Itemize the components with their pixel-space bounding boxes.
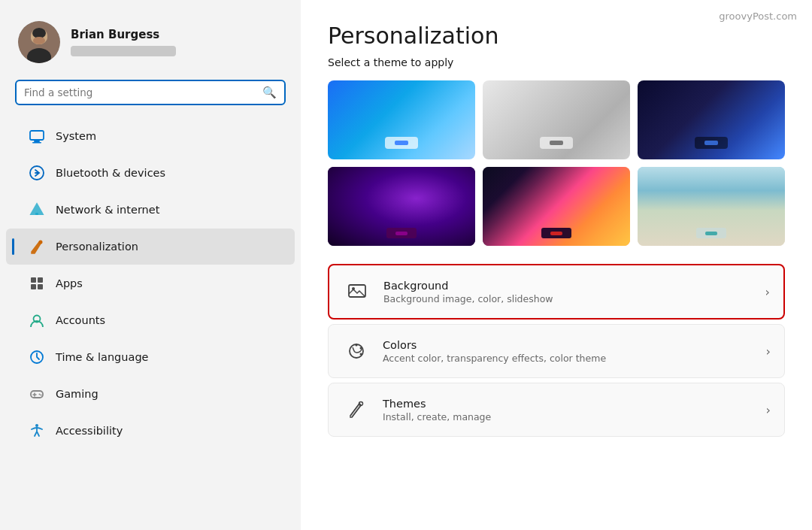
system-icon [29, 128, 45, 144]
theme-taskbar-1 [385, 137, 418, 149]
theme-taskbar-6 [696, 228, 726, 238]
sidebar-item-label-personalization: Personalization [56, 241, 138, 253]
sidebar-item-label-gaming: Gaming [56, 388, 98, 400]
colors-chevron: › [766, 344, 771, 359]
network-icon [29, 201, 45, 218]
user-info: Brian Burgess [71, 28, 176, 56]
svg-point-4 [32, 28, 46, 38]
theme-card-3[interactable] [638, 80, 785, 159]
sidebar-item-apps[interactable]: Apps [6, 265, 295, 301]
colors-icon [342, 337, 371, 365]
theme-grid [328, 80, 785, 246]
avatar[interactable] [18, 21, 60, 63]
settings-row-colors[interactable]: Colors Accent color, transparency effect… [328, 324, 785, 378]
theme-taskbar-5 [541, 228, 571, 238]
search-icon: 🔍 [262, 86, 277, 99]
personalization-icon [29, 238, 45, 255]
settings-row-themes[interactable]: Themes Install, create, manage › [328, 383, 785, 437]
svg-rect-16 [38, 284, 43, 289]
themes-icon [342, 395, 371, 424]
user-section: Brian Burgess [0, 0, 301, 77]
theme-taskbar-inner-6 [705, 232, 717, 235]
svg-point-24 [352, 287, 355, 290]
svg-point-29 [359, 402, 363, 406]
settings-row-background[interactable]: Background Background image, color, slid… [328, 264, 785, 320]
theme-taskbar-3 [695, 137, 728, 149]
page-title: Personalization [328, 23, 785, 49]
svg-rect-19 [31, 391, 43, 398]
background-title: Background [383, 280, 753, 292]
sidebar-item-accounts[interactable]: Accounts [6, 302, 295, 338]
sidebar: Brian Burgess 🔍 System [0, 0, 301, 530]
svg-point-21 [41, 395, 42, 396]
accounts-icon [29, 312, 45, 329]
theme-card-6[interactable] [638, 167, 785, 246]
sidebar-item-gaming[interactable]: Gaming [6, 376, 295, 412]
nav-list: System Bluetooth & devices [0, 114, 301, 530]
svg-rect-8 [32, 142, 41, 144]
colors-title: Colors [383, 339, 754, 351]
theme-section-label: Select a theme to apply [328, 56, 785, 68]
main-content: groovyPost.com Personalization Select a … [301, 0, 812, 530]
sidebar-item-system[interactable]: System [6, 118, 295, 154]
gaming-icon [29, 386, 45, 402]
svg-rect-15 [31, 284, 36, 289]
svg-rect-6 [30, 131, 44, 140]
svg-point-27 [360, 347, 362, 350]
search-box[interactable]: 🔍 [15, 80, 286, 105]
background-subtitle: Background image, color, slideshow [383, 293, 753, 304]
sidebar-item-time[interactable]: Time & language [6, 339, 295, 375]
svg-rect-14 [38, 277, 43, 283]
bluetooth-icon [29, 165, 45, 181]
theme-card-2[interactable] [483, 80, 630, 159]
apps-icon [29, 275, 45, 292]
accessibility-icon [29, 422, 45, 439]
background-row-text: Background Background image, color, slid… [383, 280, 753, 304]
sidebar-item-personalization[interactable]: Personalization [6, 229, 295, 265]
theme-taskbar-inner-1 [395, 141, 408, 145]
theme-card-4[interactable] [328, 167, 475, 246]
theme-taskbar-inner-3 [704, 141, 718, 145]
sidebar-item-accessibility[interactable]: Accessibility [6, 413, 295, 449]
theme-card-1[interactable] [328, 80, 475, 159]
user-name: Brian Burgess [71, 28, 176, 41]
sidebar-item-label-accessibility: Accessibility [56, 425, 123, 437]
theme-taskbar-4 [386, 228, 417, 238]
svg-point-22 [35, 424, 38, 427]
colors-row-text: Colors Accent color, transparency effect… [383, 339, 754, 364]
user-email-bar [71, 46, 176, 56]
watermark: groovyPost.com [719, 11, 797, 22]
svg-point-5 [33, 37, 45, 44]
sidebar-item-label-system: System [56, 130, 96, 142]
sidebar-item-label-time: Time & language [56, 351, 149, 363]
theme-taskbar-inner-4 [395, 232, 408, 235]
sidebar-item-label-apps: Apps [56, 277, 83, 289]
svg-rect-7 [34, 141, 40, 142]
app-container: Brian Burgess 🔍 System [0, 0, 812, 530]
svg-point-12 [39, 241, 43, 244]
sidebar-item-label-accounts: Accounts [56, 314, 105, 326]
search-input[interactable] [24, 86, 256, 98]
themes-chevron: › [766, 403, 771, 417]
svg-point-28 [360, 353, 362, 356]
svg-rect-13 [31, 277, 36, 283]
themes-row-text: Themes Install, create, manage [383, 398, 754, 422]
colors-subtitle: Accent color, transparency effects, colo… [383, 353, 754, 364]
active-indicator [12, 238, 14, 255]
theme-taskbar-2 [540, 137, 573, 149]
theme-card-5[interactable] [483, 167, 630, 246]
theme-taskbar-inner-5 [550, 232, 562, 235]
svg-point-26 [356, 344, 358, 347]
themes-title: Themes [383, 398, 754, 410]
sidebar-item-network[interactable]: Network & internet [6, 192, 295, 228]
svg-rect-11 [35, 213, 38, 215]
svg-marker-10 [31, 204, 43, 214]
theme-taskbar-inner-2 [550, 141, 563, 145]
svg-point-20 [39, 394, 41, 395]
sidebar-item-bluetooth[interactable]: Bluetooth & devices [6, 155, 295, 191]
sidebar-item-label-bluetooth: Bluetooth & devices [56, 167, 165, 179]
settings-list: Background Background image, color, slid… [328, 264, 785, 440]
background-icon [343, 277, 371, 306]
themes-subtitle: Install, create, manage [383, 411, 754, 422]
sidebar-item-label-network: Network & internet [56, 204, 159, 216]
